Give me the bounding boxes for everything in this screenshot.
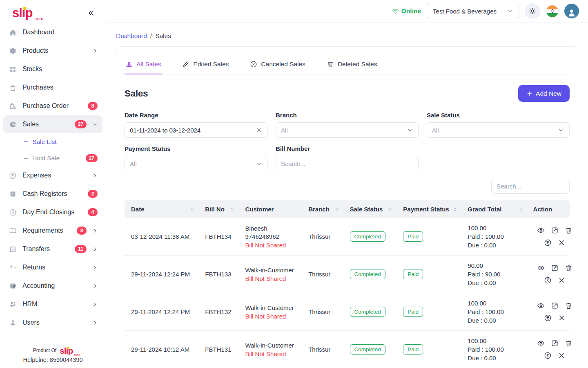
view-button[interactable]: [537, 339, 545, 347]
delete-button[interactable]: [565, 227, 572, 234]
collapse-icon: [87, 9, 95, 17]
sidebar-item-requirements[interactable]: Requirements 8: [3, 222, 102, 240]
view-button[interactable]: [537, 227, 545, 234]
date-range-input[interactable]: [130, 127, 256, 134]
footer-brand-logo: slip BETA: [60, 346, 73, 355]
add-new-button[interactable]: Add New: [518, 85, 570, 102]
cancel-button[interactable]: [558, 314, 566, 322]
chevron-right-icon: [92, 265, 98, 270]
sidebar-item-day-end-closings[interactable]: Day End Closings 4: [3, 203, 102, 221]
bill-not-shared-text: Bill Not Shared: [245, 275, 298, 282]
header-payment-status[interactable]: Payment Status: [398, 200, 463, 218]
store-select[interactable]: Test Food & Beverages: [427, 3, 519, 19]
sidebar-item-stocks[interactable]: Stocks: [3, 60, 102, 78]
sidebar-item-products[interactable]: Products: [3, 42, 102, 60]
sale-status-select[interactable]: All: [427, 122, 570, 138]
trash-icon: [565, 264, 572, 272]
sidebar-item-purchase-order[interactable]: Purchase Order 8: [3, 97, 102, 115]
cancel-button[interactable]: [558, 276, 566, 284]
edit-button[interactable]: [551, 227, 559, 234]
header-branch[interactable]: Branch: [303, 200, 345, 218]
payment-button[interactable]: [544, 276, 552, 284]
tab-canceled-sales[interactable]: Canceled Sales: [249, 61, 306, 74]
bill-number-input[interactable]: [281, 160, 413, 167]
date-range-field[interactable]: [125, 122, 267, 138]
payment-status-select[interactable]: All: [125, 156, 267, 171]
header-sale-status[interactable]: Sale Status: [345, 200, 399, 218]
edit-button[interactable]: [551, 264, 559, 272]
sidebar-subitem-sale-list[interactable]: Sale List: [3, 134, 102, 150]
sort-icon: [388, 206, 393, 212]
chevron-down-icon: [507, 8, 513, 14]
status-badge: Paid: [403, 269, 423, 279]
sun-icon: [528, 7, 537, 15]
flag-chakra-icon: [551, 9, 554, 13]
brand-beta-label: BETA: [35, 18, 43, 20]
theme-toggle-button[interactable]: [525, 3, 540, 19]
chevron-down-icon: [407, 127, 413, 133]
language-flag-button[interactable]: [546, 5, 559, 18]
edit-button[interactable]: [551, 339, 559, 347]
sidebar-subitem-hold-sale[interactable]: Hold Sale 27: [3, 150, 102, 166]
count-badge: 27: [75, 120, 87, 128]
sidebar-item-transfers[interactable]: Transfers 11: [3, 240, 102, 258]
sale-status-label: Sale Status: [427, 112, 570, 119]
sidebar-item-cash-registers[interactable]: Cash Registers 2: [3, 185, 102, 203]
close-icon: [558, 314, 566, 322]
close-icon: [558, 276, 566, 284]
eye-icon: [537, 302, 545, 310]
sidebar-item-returns[interactable]: Returns: [3, 258, 102, 276]
sidebar-item-purchases[interactable]: Purchases: [3, 79, 102, 96]
sidebar-item-sales[interactable]: Sales 27: [3, 115, 102, 133]
delete-button[interactable]: [565, 302, 572, 310]
cell-grand-total: 100.00 Paid : 100.00 Due : 0.00: [463, 218, 528, 256]
header-grand-total[interactable]: Grand Total: [463, 200, 528, 218]
return-arrow-icon: [9, 264, 17, 272]
eye-icon: [537, 227, 545, 234]
sidebar-item-users[interactable]: Users: [3, 314, 102, 332]
header-bill-no[interactable]: Bill No: [200, 200, 240, 218]
sidebar-item-dashboard[interactable]: Dashboard: [3, 23, 102, 41]
sort-icon: [452, 206, 458, 212]
user-avatar[interactable]: [564, 4, 579, 18]
sidebar-item-expenses[interactable]: Expenses: [3, 166, 102, 184]
chevron-right-icon: [92, 173, 98, 178]
rupee-circle-icon: [9, 172, 17, 180]
sidebar-collapse-button[interactable]: [85, 7, 97, 19]
header-customer[interactable]: Customer: [240, 200, 303, 218]
payment-button[interactable]: [544, 239, 552, 247]
cell-action: [528, 218, 570, 256]
sidebar-item-hrm[interactable]: HRM: [3, 295, 102, 313]
table-search-input[interactable]: [497, 179, 564, 193]
edit-button[interactable]: [551, 302, 559, 310]
pie-chart-icon: [9, 121, 17, 128]
sidebar-item-accounting[interactable]: Accounting: [3, 277, 102, 295]
delete-button[interactable]: [565, 339, 572, 347]
count-badge: 8: [77, 227, 87, 235]
bill-not-shared-text: Bill Not Shared: [245, 350, 298, 357]
header-date[interactable]: Date: [125, 200, 200, 218]
x-circle-icon: [250, 61, 257, 68]
tab-all-sales[interactable]: All Sales: [125, 61, 162, 74]
payment-button[interactable]: [544, 352, 552, 359]
breadcrumb-current: Sales: [155, 32, 171, 40]
breadcrumb-dashboard-link[interactable]: Dashboard: [116, 32, 147, 40]
branch-select[interactable]: All: [276, 122, 419, 138]
clear-icon[interactable]: [256, 127, 262, 133]
pencil-icon: [182, 61, 189, 68]
cell-payment-status: Paid: [398, 256, 463, 293]
payment-status-label: Payment Status: [125, 145, 267, 152]
table-search-field[interactable]: [491, 179, 570, 194]
payment-button[interactable]: [544, 314, 552, 322]
person-icon: [566, 8, 577, 18]
tab-deleted-sales[interactable]: Deleted Sales: [326, 61, 378, 74]
x-circle-icon: [9, 209, 17, 216]
view-button[interactable]: [537, 302, 545, 310]
cancel-button[interactable]: [558, 352, 566, 359]
tab-edited-sales[interactable]: Edited Sales: [181, 61, 229, 74]
view-button[interactable]: [537, 264, 545, 272]
cancel-button[interactable]: [558, 239, 566, 247]
online-status: Online: [392, 7, 421, 15]
delete-button[interactable]: [565, 264, 572, 272]
bill-number-field[interactable]: [276, 156, 419, 171]
